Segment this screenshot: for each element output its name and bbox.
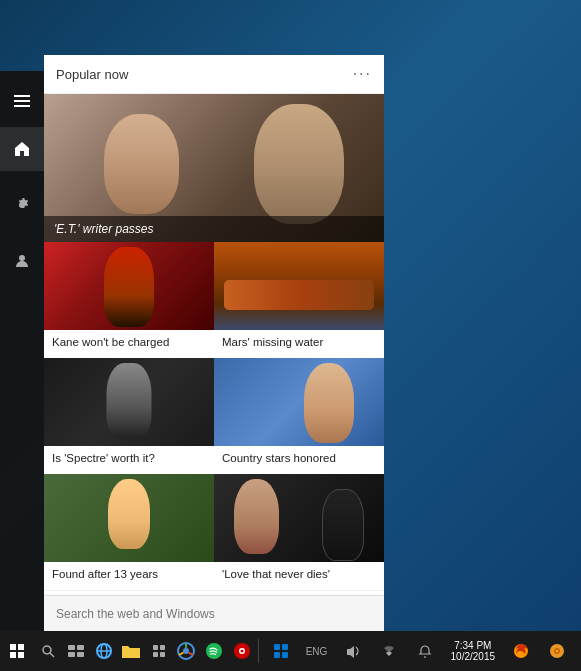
svg-point-22 bbox=[240, 650, 243, 653]
svg-line-2 bbox=[50, 653, 54, 657]
ie-button[interactable] bbox=[90, 631, 118, 671]
clock-time: 7:34 PM bbox=[451, 640, 496, 651]
spotify-button[interactable] bbox=[200, 631, 228, 671]
story-image-spectre bbox=[44, 358, 214, 446]
svg-point-0 bbox=[19, 255, 25, 261]
news-panel-header: Popular now ··· bbox=[44, 55, 384, 94]
story-item-love[interactable]: 'Love that never dies' bbox=[214, 474, 384, 590]
people-icon bbox=[13, 252, 31, 270]
media-button[interactable] bbox=[228, 631, 256, 671]
system-tray: ENG 7:34 PM bbox=[256, 631, 581, 671]
taskbar-search-button[interactable] bbox=[35, 631, 63, 671]
search-input[interactable] bbox=[56, 607, 372, 621]
task-view-icon bbox=[68, 645, 84, 657]
svg-rect-13 bbox=[160, 652, 165, 657]
news-panel: Popular now ··· 'E.T.' writer passes Kan… bbox=[44, 55, 384, 595]
home-icon bbox=[13, 140, 31, 158]
svg-rect-26 bbox=[282, 652, 288, 658]
story-caption-spectre: Is 'Spectre' worth it? bbox=[44, 446, 214, 474]
network-button[interactable] bbox=[373, 631, 405, 671]
spotify-icon bbox=[205, 642, 223, 660]
svg-point-15 bbox=[183, 648, 189, 654]
svg-rect-4 bbox=[77, 645, 84, 650]
story-image-love bbox=[214, 474, 384, 562]
story-caption-mars: Mars' missing water bbox=[214, 330, 384, 358]
hero-caption: 'E.T.' writer passes bbox=[44, 216, 384, 242]
svg-rect-5 bbox=[68, 652, 75, 657]
start-menu-sidebar bbox=[0, 71, 44, 631]
story-item-found[interactable]: Found after 13 years bbox=[44, 474, 214, 590]
story-image-country bbox=[214, 358, 384, 446]
gear-icon bbox=[13, 196, 31, 214]
svg-point-31 bbox=[556, 650, 558, 652]
svg-rect-6 bbox=[77, 652, 84, 657]
story-item-hockey[interactable]: Kane won't be charged bbox=[44, 242, 214, 358]
story-item-spectre[interactable]: Is 'Spectre' worth it? bbox=[44, 358, 214, 474]
taskbar: ENG 7:34 PM bbox=[0, 631, 581, 671]
windows-store-button[interactable] bbox=[265, 631, 297, 671]
ie-icon bbox=[95, 642, 113, 660]
settings-taskbar-button[interactable] bbox=[145, 631, 173, 671]
settings-taskbar-icon bbox=[151, 643, 167, 659]
story-caption-country: Country stars honored bbox=[214, 446, 384, 474]
news-content: 'E.T.' writer passes Kane won't be charg… bbox=[44, 94, 384, 595]
people-button[interactable] bbox=[0, 239, 44, 283]
hero-story[interactable]: 'E.T.' writer passes bbox=[44, 94, 384, 242]
hamburger-menu-button[interactable] bbox=[0, 79, 44, 123]
folder-button[interactable] bbox=[117, 631, 145, 671]
volume-icon bbox=[345, 644, 361, 658]
settings-button[interactable] bbox=[0, 183, 44, 227]
svg-rect-23 bbox=[274, 644, 280, 650]
svg-line-18 bbox=[180, 653, 184, 656]
story-caption-love: 'Love that never dies' bbox=[214, 562, 384, 590]
hamburger-icon bbox=[14, 95, 30, 107]
search-bar-panel bbox=[44, 595, 384, 631]
tray-divider bbox=[258, 639, 259, 663]
network-icon bbox=[382, 644, 396, 658]
svg-rect-11 bbox=[160, 645, 165, 650]
story-item-country[interactable]: Country stars honored bbox=[214, 358, 384, 474]
language-button[interactable]: ENG bbox=[301, 631, 333, 671]
windows-logo-icon bbox=[10, 644, 24, 658]
story-image-hockey bbox=[44, 242, 214, 330]
firefox-button[interactable] bbox=[505, 631, 537, 671]
chrome-icon bbox=[177, 642, 195, 660]
start-button[interactable] bbox=[0, 631, 35, 671]
other-app-button[interactable] bbox=[541, 631, 573, 671]
notification-icon bbox=[418, 644, 432, 658]
firefox-icon bbox=[512, 642, 530, 660]
svg-point-1 bbox=[43, 646, 51, 654]
folder-icon bbox=[122, 643, 140, 659]
svg-rect-25 bbox=[274, 652, 280, 658]
system-clock: 7:34 PM 10/2/2015 bbox=[445, 640, 502, 662]
desktop: Popular now ··· 'E.T.' writer passes Kan… bbox=[0, 0, 581, 671]
svg-rect-10 bbox=[153, 645, 158, 650]
more-options-button[interactable]: ··· bbox=[353, 65, 372, 83]
store-icon bbox=[273, 643, 289, 659]
chrome-button[interactable] bbox=[173, 631, 201, 671]
svg-rect-3 bbox=[68, 645, 75, 650]
search-icon bbox=[41, 644, 55, 658]
notification-button[interactable] bbox=[409, 631, 441, 671]
story-item-mars[interactable]: Mars' missing water bbox=[214, 242, 384, 358]
svg-rect-12 bbox=[153, 652, 158, 657]
clock-date: 10/2/2015 bbox=[451, 651, 496, 662]
svg-line-17 bbox=[189, 653, 193, 656]
story-image-mars bbox=[214, 242, 384, 330]
story-caption-hockey: Kane won't be charged bbox=[44, 330, 214, 358]
story-image-found bbox=[44, 474, 214, 562]
other-app-icon bbox=[548, 642, 566, 660]
news-panel-title: Popular now bbox=[56, 67, 128, 82]
task-view-button[interactable] bbox=[62, 631, 90, 671]
volume-button[interactable] bbox=[337, 631, 369, 671]
svg-rect-24 bbox=[282, 644, 288, 650]
story-caption-found: Found after 13 years bbox=[44, 562, 214, 590]
media-icon bbox=[233, 642, 251, 660]
stories-grid: Kane won't be charged Mars' missing wate… bbox=[44, 242, 384, 590]
home-button[interactable] bbox=[0, 127, 44, 171]
